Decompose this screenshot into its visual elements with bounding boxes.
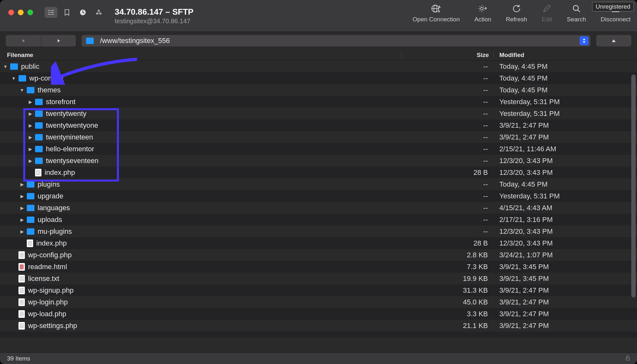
disclosure-triangle	[11, 253, 17, 258]
item-size: --	[401, 110, 494, 118]
bookmark-icon	[64, 9, 70, 16]
bookmarks-button[interactable]	[61, 7, 73, 18]
open-connection-icon	[431, 3, 442, 15]
folder-row[interactable]: ▼public--Today, 4:45 PM	[0, 61, 637, 72]
disclosure-triangle[interactable]: ▶	[27, 158, 33, 163]
item-modified: 12/3/20, 3:43 PM	[494, 157, 637, 165]
refresh-button[interactable]: Refresh	[506, 3, 527, 23]
file-row[interactable]: wp-signup.php31.3 KB3/9/21, 2:47 PM	[0, 284, 637, 296]
disclosure-triangle	[19, 241, 25, 246]
disclosure-triangle[interactable]: ▶	[19, 217, 25, 222]
item-modified: Yesterday, 5:31 PM	[494, 110, 637, 118]
item-name: wp-login.php	[28, 298, 68, 306]
item-name: index.php	[36, 239, 67, 247]
disclosure-triangle[interactable]: ▶	[27, 123, 33, 128]
chevron-up-down-icon	[582, 38, 586, 44]
view-mode-button[interactable]	[45, 7, 57, 18]
open-connection-button[interactable]: Open Connection	[413, 3, 460, 23]
file-row[interactable]: index.php28 B12/3/20, 3:43 PM	[0, 167, 637, 178]
folder-row[interactable]: ▶upgrade--Yesterday, 5:31 PM	[0, 190, 637, 202]
history-button[interactable]	[76, 7, 89, 18]
folder-row[interactable]: ▶twentytwenty--Yesterday, 5:31 PM	[0, 108, 637, 119]
disclosure-triangle[interactable]: ▶	[19, 205, 25, 211]
file-row[interactable]: index.php28 B12/3/20, 3:43 PM	[0, 237, 637, 249]
folder-row[interactable]: ▼wp-content--Today, 4:45 PM	[0, 72, 637, 84]
action-button[interactable]: Action	[474, 3, 491, 23]
item-size: --	[401, 180, 494, 189]
lock-icon[interactable]	[626, 355, 630, 362]
zoom-window-button[interactable]	[27, 10, 33, 15]
disclosure-triangle[interactable]: ▼	[19, 88, 25, 93]
file-row[interactable]: wp-settings.php21.1 KB3/9/21, 2:47 PM	[0, 320, 637, 332]
item-size: --	[401, 157, 494, 165]
window-subtitle: testingsitex@34.70.86.147	[115, 18, 193, 25]
bonjour-button[interactable]	[92, 7, 105, 18]
svg-point-14	[573, 5, 578, 11]
item-size: --	[401, 86, 494, 94]
svg-point-8	[100, 13, 101, 14]
item-name: twentyseventeen	[46, 157, 98, 165]
item-modified: Yesterday, 5:31 PM	[494, 98, 637, 106]
disclosure-triangle[interactable]: ▼	[3, 64, 8, 69]
folder-row[interactable]: ▶languages--4/15/21, 4:43 AM	[0, 202, 637, 214]
mini-toolbar	[45, 0, 105, 18]
item-size: 28 B	[401, 168, 494, 177]
header-filename[interactable]: Filename	[0, 52, 401, 59]
network-icon	[95, 9, 102, 16]
folder-row[interactable]: ▶twentyseventeen--12/3/20, 3:43 PM	[0, 155, 637, 167]
disclosure-triangle[interactable]: ▶	[27, 111, 33, 116]
folder-row[interactable]: ▶uploads--2/17/21, 3:16 PM	[0, 214, 637, 225]
file-listing[interactable]: ▼public--Today, 4:45 PM▼wp-content--Toda…	[0, 61, 637, 338]
disclosure-triangle[interactable]: ▶	[27, 135, 33, 140]
disclosure-triangle[interactable]: ▶	[19, 194, 25, 199]
nav-back-button[interactable]	[6, 35, 41, 46]
item-name: uploads	[38, 216, 62, 224]
minimize-window-button[interactable]	[18, 10, 24, 15]
scrollbar-thumb[interactable]	[631, 75, 636, 297]
disclosure-triangle[interactable]: ▶	[27, 99, 33, 104]
path-dropdown[interactable]: /www/testingsitex_556	[82, 35, 590, 46]
file-row[interactable]: wp-login.php45.0 KB3/9/21, 2:47 PM	[0, 296, 637, 308]
go-up-button[interactable]	[596, 35, 631, 46]
nav-forward-button[interactable]	[41, 35, 76, 46]
item-name: wp-load.php	[28, 310, 66, 318]
close-window-button[interactable]	[8, 10, 14, 15]
item-name: upgrade	[38, 192, 63, 200]
header-modified[interactable]: Modified	[494, 52, 637, 59]
unregistered-badge[interactable]: Unregistered	[592, 2, 634, 11]
folder-row[interactable]: ▶hello-elementor--2/15/21, 11:46 AM	[0, 143, 637, 155]
disclosure-triangle[interactable]: ▶	[19, 229, 25, 234]
status-items-count: 39 Items	[7, 355, 30, 362]
header-size[interactable]: Size	[401, 52, 494, 59]
window-controls	[0, 0, 40, 15]
toolbar-label: Disconnect	[601, 16, 631, 23]
file-row[interactable]: license.txt19.9 KB3/9/21, 3:45 PM	[0, 273, 637, 284]
window-title: 34.70.86.147 – SFTP	[115, 7, 193, 17]
disclosure-triangle[interactable]: ▶	[27, 146, 33, 152]
folder-row[interactable]: ▼themes--Today, 4:45 PM	[0, 84, 637, 96]
file-row[interactable]: wp-load.php3.3 KB3/9/21, 2:47 PM	[0, 308, 637, 320]
search-button[interactable]: Search	[567, 3, 586, 23]
disclosure-triangle	[11, 276, 17, 281]
nav-back-forward	[6, 35, 76, 46]
item-name: twentytwentyone	[46, 121, 98, 130]
folder-icon	[27, 228, 34, 235]
folder-row[interactable]: ▶storefront--Yesterday, 5:31 PM	[0, 96, 637, 108]
folder-row[interactable]: ▶twentytwentyone--3/9/21, 2:47 PM	[0, 119, 637, 131]
disclosure-triangle[interactable]: ▼	[11, 76, 17, 81]
item-size: 3.3 KB	[401, 310, 494, 318]
file-row[interactable]: readme.html7.3 KB3/9/21, 3:45 PM	[0, 261, 637, 273]
item-name: wp-content	[29, 74, 64, 82]
folder-icon	[27, 217, 34, 223]
folder-icon	[18, 75, 26, 82]
disclosure-triangle[interactable]: ▶	[19, 182, 25, 187]
folder-row[interactable]: ▶twentynineteen--3/9/21, 2:47 PM	[0, 131, 637, 143]
item-modified: 2/17/21, 3:16 PM	[494, 216, 637, 224]
item-modified: 3/9/21, 2:47 PM	[494, 133, 637, 141]
folder-row[interactable]: ▶plugins--Today, 4:45 PM	[0, 178, 637, 190]
file-icon	[18, 287, 25, 294]
folder-row[interactable]: ▶mu-plugins--12/3/20, 3:43 PM	[0, 225, 637, 237]
path-dropdown-arrows[interactable]	[580, 36, 589, 45]
item-modified: 4/15/21, 4:43 AM	[494, 204, 637, 212]
file-row[interactable]: wp-config.php2.8 KB3/24/21, 1:07 PM	[0, 249, 637, 261]
